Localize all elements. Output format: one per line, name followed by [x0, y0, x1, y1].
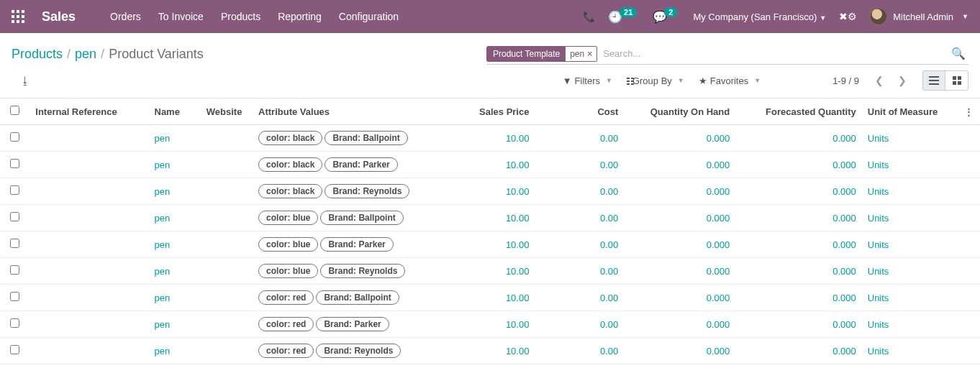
- col-ref[interactable]: Internal Reference: [30, 98, 148, 125]
- qty-link[interactable]: 0.000: [707, 213, 730, 224]
- product-link[interactable]: pen: [155, 186, 171, 197]
- activities-button[interactable]: 🕘 21: [608, 10, 640, 24]
- breadcrumb-products[interactable]: Products: [12, 47, 63, 62]
- brand[interactable]: Sales: [42, 9, 76, 24]
- forecast-link[interactable]: 0.000: [832, 239, 856, 250]
- price-link[interactable]: 10.00: [506, 160, 530, 170]
- table-row[interactable]: pencolor: blackBrand: Reynolds10.000.000…: [0, 178, 980, 205]
- forecast-link[interactable]: 0.000: [832, 346, 856, 356]
- row-checkbox[interactable]: [10, 212, 19, 221]
- pager[interactable]: 1-9 / 9: [832, 75, 859, 86]
- favorites-button[interactable]: ★Favorites▼: [699, 75, 761, 86]
- price-link[interactable]: 10.00: [506, 239, 530, 250]
- table-row[interactable]: pencolor: blueBrand: Reynolds10.000.000.…: [0, 258, 980, 285]
- product-link[interactable]: pen: [155, 319, 171, 330]
- nav-orders[interactable]: Orders: [110, 11, 141, 22]
- forecast-link[interactable]: 0.000: [832, 186, 856, 197]
- col-forecast[interactable]: Forecasted Quantity: [735, 98, 862, 125]
- product-link[interactable]: pen: [155, 160, 171, 170]
- phone-icon[interactable]: 📞: [583, 11, 595, 22]
- table-row[interactable]: pencolor: redBrand: Reynolds10.000.000.0…: [0, 338, 980, 364]
- pager-next-icon[interactable]: ❯: [892, 72, 912, 89]
- nav-configuration[interactable]: Configuration: [339, 11, 399, 22]
- filters-button[interactable]: ▼Filters▼: [563, 75, 612, 86]
- cost-link[interactable]: 0.00: [600, 213, 618, 224]
- table-row[interactable]: pencolor: redBrand: Parker10.000.000.000…: [0, 311, 980, 338]
- col-cost[interactable]: Cost: [535, 98, 624, 125]
- forecast-link[interactable]: 0.000: [832, 133, 856, 144]
- search-icon[interactable]: 🔍: [948, 47, 968, 60]
- row-checkbox[interactable]: [10, 185, 19, 195]
- table-row[interactable]: pencolor: blueBrand: Ballpoint10.000.000…: [0, 205, 980, 231]
- kanban-view-button[interactable]: [945, 70, 968, 91]
- qty-link[interactable]: 0.000: [707, 133, 730, 144]
- row-checkbox[interactable]: [10, 318, 19, 328]
- col-name[interactable]: Name: [149, 98, 201, 125]
- cost-link[interactable]: 0.00: [600, 186, 618, 197]
- forecast-link[interactable]: 0.000: [832, 160, 856, 170]
- qty-link[interactable]: 0.000: [707, 160, 730, 170]
- nav-reporting[interactable]: Reporting: [278, 11, 322, 22]
- qty-link[interactable]: 0.000: [707, 239, 730, 250]
- price-link[interactable]: 10.00: [506, 213, 530, 224]
- table-row[interactable]: pencolor: blackBrand: Ballpoint10.000.00…: [0, 125, 980, 152]
- column-options-icon[interactable]: ⋮: [958, 98, 980, 125]
- forecast-link[interactable]: 0.000: [832, 319, 856, 330]
- row-checkbox[interactable]: [10, 265, 19, 275]
- row-checkbox[interactable]: [10, 345, 19, 354]
- price-link[interactable]: 10.00: [506, 266, 530, 277]
- facet-remove-icon[interactable]: ×: [587, 49, 592, 59]
- forecast-link[interactable]: 0.000: [832, 266, 856, 277]
- qty-link[interactable]: 0.000: [707, 319, 730, 330]
- pager-prev-icon[interactable]: ❮: [869, 72, 889, 89]
- nav-products[interactable]: Products: [221, 11, 260, 22]
- price-link[interactable]: 10.00: [506, 319, 530, 330]
- col-attrs[interactable]: Attribute Values: [253, 98, 460, 125]
- table-row[interactable]: pencolor: blackBrand: Parker10.000.000.0…: [0, 152, 980, 178]
- debug-icon[interactable]: ✖⚙: [839, 11, 857, 22]
- price-link[interactable]: 10.00: [506, 346, 530, 356]
- col-uom[interactable]: Unit of Measure: [862, 98, 958, 125]
- col-qty[interactable]: Quantity On Hand: [624, 98, 735, 125]
- list-view-button[interactable]: [922, 70, 945, 91]
- table-row[interactable]: pencolor: redBrand: Ballpoint10.000.000.…: [0, 285, 980, 311]
- cost-link[interactable]: 0.00: [600, 293, 618, 303]
- select-all-checkbox[interactable]: [10, 106, 19, 115]
- product-link[interactable]: pen: [155, 293, 171, 303]
- qty-link[interactable]: 0.000: [707, 266, 730, 277]
- qty-link[interactable]: 0.000: [707, 186, 730, 197]
- groupby-button[interactable]: Group By▼: [627, 75, 684, 86]
- col-website[interactable]: Website: [201, 98, 253, 125]
- forecast-link[interactable]: 0.000: [832, 293, 856, 303]
- product-link[interactable]: pen: [155, 213, 171, 224]
- product-link[interactable]: pen: [155, 133, 171, 144]
- user-menu[interactable]: Mitchell Admin ▼: [870, 8, 968, 25]
- price-link[interactable]: 10.00: [506, 133, 530, 144]
- forecast-link[interactable]: 0.000: [832, 213, 856, 224]
- export-icon[interactable]: ⭳: [20, 75, 30, 86]
- row-checkbox[interactable]: [10, 292, 19, 301]
- product-link[interactable]: pen: [155, 239, 171, 250]
- search-input[interactable]: [600, 47, 948, 60]
- cost-link[interactable]: 0.00: [600, 133, 618, 144]
- qty-link[interactable]: 0.000: [707, 293, 730, 303]
- cost-link[interactable]: 0.00: [600, 319, 618, 330]
- apps-icon[interactable]: [12, 10, 24, 23]
- row-checkbox[interactable]: [10, 132, 19, 142]
- table-row[interactable]: pencolor: blueBrand: Parker10.000.000.00…: [0, 231, 980, 258]
- price-link[interactable]: 10.00: [506, 186, 530, 197]
- price-link[interactable]: 10.00: [506, 293, 530, 303]
- col-price[interactable]: Sales Price: [460, 98, 535, 125]
- cost-link[interactable]: 0.00: [600, 346, 618, 356]
- row-checkbox[interactable]: [10, 239, 19, 248]
- cost-link[interactable]: 0.00: [600, 160, 618, 170]
- qty-link[interactable]: 0.000: [707, 346, 730, 356]
- company-switcher[interactable]: My Company (San Francisco)▼: [693, 12, 826, 22]
- cost-link[interactable]: 0.00: [600, 266, 618, 277]
- product-link[interactable]: pen: [155, 266, 171, 277]
- breadcrumb-pen[interactable]: pen: [75, 47, 96, 62]
- product-link[interactable]: pen: [155, 346, 171, 356]
- messages-button[interactable]: 💬 2: [653, 10, 680, 24]
- cost-link[interactable]: 0.00: [600, 239, 618, 250]
- row-checkbox[interactable]: [10, 159, 19, 168]
